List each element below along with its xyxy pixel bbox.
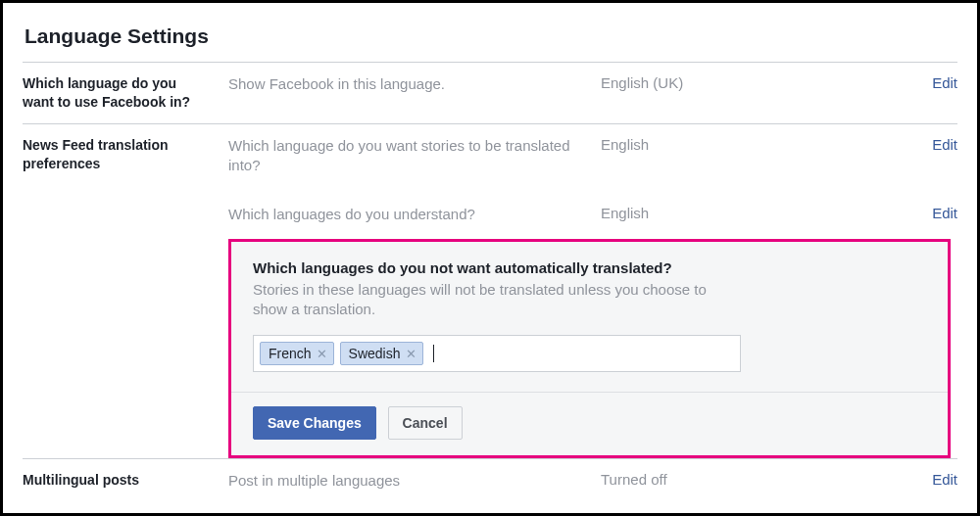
setting-description: Which languages do you understand? (228, 205, 601, 224)
setting-row-multilingual-posts: Multilingual posts Post in multiple lang… (23, 458, 957, 502)
language-tag[interactable]: French ✕ (260, 342, 334, 365)
edit-link[interactable]: Edit (932, 74, 957, 91)
language-tag-input[interactable]: French ✕ Swedish ✕ (253, 335, 741, 372)
panel-title: Which languages do you not want automati… (253, 259, 926, 276)
setting-value: English (601, 136, 899, 153)
setting-value: English (UK) (601, 74, 899, 91)
remove-tag-icon[interactable]: ✕ (406, 347, 416, 361)
tag-label: Swedish (349, 346, 401, 361)
setting-row-newsfeed-translation: News Feed translation preferences Which … (23, 123, 957, 458)
cancel-button[interactable]: Cancel (388, 406, 463, 440)
edit-link[interactable]: Edit (932, 136, 957, 153)
edit-link[interactable]: Edit (932, 471, 957, 488)
save-changes-button[interactable]: Save Changes (253, 406, 376, 440)
setting-value: Turned off (601, 471, 899, 488)
tag-label: French (269, 346, 312, 361)
panel-subtitle: Stories in these languages will not be t… (253, 280, 743, 320)
setting-description: Show Facebook in this language. (228, 74, 601, 94)
language-settings-page: Language Settings Which language do you … (0, 0, 980, 516)
text-caret (433, 345, 434, 362)
setting-label: News Feed translation preferences (23, 136, 228, 173)
setting-row-primary-language: Which language do you want to use Facebo… (23, 62, 957, 123)
edit-link[interactable]: Edit (932, 205, 957, 221)
remove-tag-icon[interactable]: ✕ (317, 347, 327, 361)
page-title: Language Settings (24, 24, 957, 48)
no-translate-panel: Which languages do you not want automati… (228, 239, 951, 459)
setting-label: Multilingual posts (23, 471, 228, 490)
language-tag[interactable]: Swedish ✕ (340, 342, 423, 365)
setting-value: English (601, 205, 899, 221)
setting-label: Which language do you want to use Facebo… (23, 74, 228, 112)
setting-description: Which language do you want stories to be… (228, 136, 601, 176)
setting-description: Post in multiple languages (228, 471, 601, 491)
